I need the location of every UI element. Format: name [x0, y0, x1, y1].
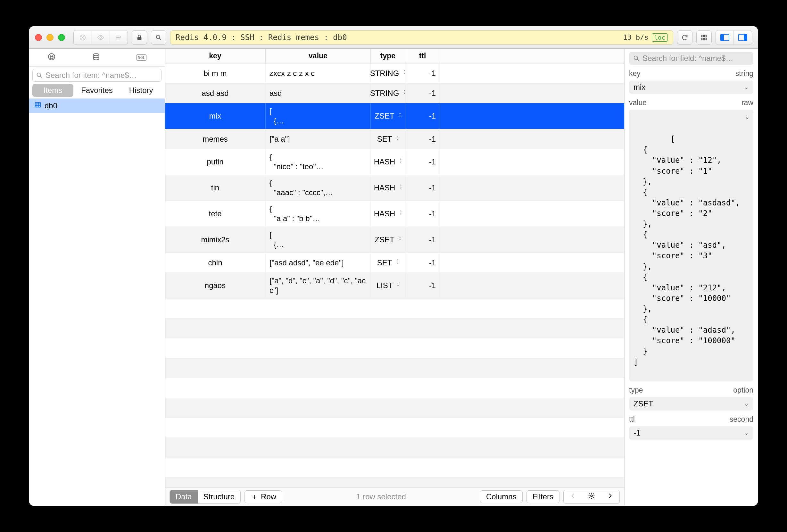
column-header-value[interactable]: value [265, 49, 371, 63]
mode-segmented: Data Structure [170, 490, 241, 504]
inspector-value-label-row: value raw [629, 99, 753, 107]
cell-type[interactable]: SET˄˅ [371, 253, 405, 272]
cell-type[interactable]: ZSET˄˅ [371, 103, 405, 129]
toggle-left-panel-icon[interactable] [716, 30, 734, 45]
table-row[interactable]: tete{ "a a" : "b b"…HASH˄˅-1 [165, 201, 624, 227]
maximize-icon[interactable] [58, 34, 65, 41]
table-row-empty [165, 398, 624, 418]
stepper-icon: ˄˅ [397, 283, 399, 289]
sql-icon[interactable]: SQL [136, 55, 146, 61]
breadcrumb[interactable]: Redis 4.0.9 : SSH : Redis memes : db0 13… [170, 30, 673, 45]
column-header-ttl[interactable]: ttl [405, 49, 440, 63]
inspector-ttl-field[interactable]: -1 ⌄ [629, 426, 753, 440]
lock-icon[interactable] [132, 30, 147, 45]
table-row[interactable]: mimix2s[ {…ZSET˄˅-1 [165, 227, 624, 253]
sidebar-search-input[interactable]: Search for item: ^name$… [33, 69, 162, 82]
filters-button[interactable]: Filters [527, 490, 559, 503]
cancel-icon[interactable] [74, 30, 92, 45]
cell-rest [440, 273, 624, 298]
main-panel: key value type ttl bi m mzxcx z c z x cS… [165, 49, 624, 506]
panel-toggle-group [716, 30, 752, 45]
inspector-search-input[interactable]: Search for field: ^name$… [629, 52, 753, 65]
search-icon[interactable] [151, 30, 166, 45]
cell-ttl: -1 [405, 63, 440, 83]
table-row-empty [165, 299, 624, 319]
close-icon[interactable] [35, 34, 42, 41]
cell-ttl: -1 [405, 273, 440, 298]
cell-type[interactable]: SET˄˅ [371, 129, 405, 149]
sidebar-item-db0[interactable]: db0 [29, 99, 165, 113]
cell-key: tin [165, 175, 265, 200]
svg-point-1 [100, 37, 102, 39]
svg-rect-6 [702, 38, 704, 40]
plug-icon[interactable] [47, 52, 56, 63]
cell-key: memes [165, 129, 265, 149]
inspector-key-field[interactable]: mix ⌄ [629, 81, 753, 94]
column-header-rest [440, 49, 624, 63]
table-row[interactable]: tin{ "aaac" : "cccc",…HASH˄˅-1 [165, 175, 624, 201]
stepper-icon: ˄˅ [400, 211, 402, 217]
table-header: key value type ttl [165, 49, 624, 63]
inspector-value-textarea[interactable]: ⌄ [ { "value" : "12", "score" : "1" }, {… [629, 110, 753, 381]
cell-rest [440, 175, 624, 200]
cell-type[interactable]: LIST˄˅ [371, 273, 405, 298]
svg-point-3 [156, 35, 160, 39]
cell-key: mix [165, 103, 265, 129]
minimize-icon[interactable] [46, 34, 54, 41]
reload-icon[interactable] [677, 30, 693, 45]
table-row[interactable]: asd asdasdSTRING˄˅-1 [165, 83, 624, 103]
cell-type[interactable]: HASH˄˅ [371, 175, 405, 200]
mode-tab-structure[interactable]: Structure [198, 490, 240, 504]
table-row[interactable]: chin["asd adsd", "ee ede"]SET˄˅-1 [165, 253, 624, 273]
inspector-key-label-row: key string [629, 69, 753, 78]
cell-type[interactable]: STRING˄˅ [371, 83, 405, 103]
table-row[interactable]: memes["a a"]SET˄˅-1 [165, 129, 624, 149]
cell-key: mimix2s [165, 227, 265, 253]
cell-rest [440, 83, 624, 103]
grid-icon[interactable] [696, 30, 712, 45]
sidebar-tab-favorites[interactable]: Favorites [77, 84, 118, 97]
next-page-button[interactable] [601, 490, 619, 504]
inspector-label-type: type [629, 386, 643, 395]
database-icon[interactable] [92, 52, 100, 63]
table-row[interactable]: bi m mzxcx z c z x cSTRING˄˅-1 [165, 63, 624, 83]
settings-page-button[interactable] [582, 490, 601, 504]
add-row-button[interactable]: ＋ Row [244, 490, 282, 503]
svg-rect-11 [35, 103, 41, 107]
cell-value: [ {… [265, 103, 371, 129]
inspector-key-value: mix [634, 83, 645, 92]
table-row-empty [165, 358, 624, 378]
table-row[interactable]: ngaos["a", "d", "c", "a", "d", "c", "ac … [165, 273, 624, 299]
stepper-icon: ˄˅ [399, 237, 401, 242]
inspector-type-field[interactable]: ZSET ⌄ [629, 397, 753, 410]
plus-icon: ＋ [251, 492, 258, 502]
mode-tab-data[interactable]: Data [170, 490, 198, 504]
chevron-down-icon: ⌄ [744, 84, 749, 91]
cell-type[interactable]: HASH˄˅ [371, 149, 405, 175]
inspector-label-value: value [629, 99, 647, 107]
list-icon[interactable] [110, 30, 128, 45]
sidebar-tab-items[interactable]: Items [33, 84, 73, 97]
table-row[interactable]: mix[ {…ZSET˄˅-1 [165, 103, 624, 129]
source-type-icons: SQL [29, 49, 165, 67]
cell-type[interactable]: HASH˄˅ [371, 201, 405, 227]
sidebar-tab-history[interactable]: History [121, 84, 162, 97]
inspector-hint-ttl: second [730, 415, 753, 424]
inspector-type-value: ZSET [634, 399, 653, 408]
columns-button[interactable]: Columns [480, 490, 523, 503]
column-header-key[interactable]: key [165, 49, 265, 63]
svg-point-9 [93, 54, 99, 56]
cell-value: { "nice" : "teo"… [265, 149, 371, 175]
chevron-down-icon: ⌄ [744, 429, 749, 437]
cell-type[interactable]: STRING˄˅ [371, 63, 405, 83]
cell-value: ["asd adsd", "ee ede"] [265, 253, 371, 272]
svg-rect-4 [702, 35, 704, 37]
eye-icon[interactable] [92, 30, 110, 45]
prev-page-button[interactable] [563, 490, 582, 504]
cell-type[interactable]: ZSET˄˅ [371, 227, 405, 253]
stepper-icon: ˄˅ [397, 260, 399, 266]
column-header-type[interactable]: type [371, 49, 405, 63]
stepper-icon: ˄˅ [397, 136, 399, 142]
table-row[interactable]: putin{ "nice" : "teo"…HASH˄˅-1 [165, 149, 624, 175]
toggle-right-panel-icon[interactable] [734, 30, 752, 45]
